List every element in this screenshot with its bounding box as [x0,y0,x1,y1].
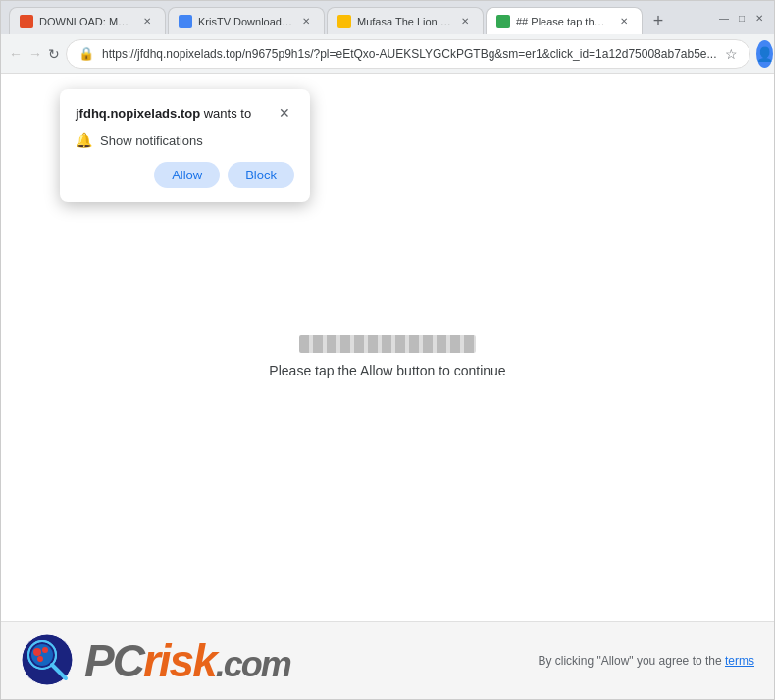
window-controls: — □ ✕ [717,11,766,25]
popup-domain: jfdhq.nopixelads.top [76,106,200,121]
page-content: jfdhq.nopixelads.top wants to ✕ 🔔 Show n… [1,74,774,699]
bell-icon: 🔔 [76,132,92,148]
tab-4-favicon [496,15,510,28]
refresh-button[interactable]: ↻ [48,40,60,68]
permission-popup: jfdhq.nopixelads.top wants to ✕ 🔔 Show n… [60,89,310,202]
url-text: https://jfdhq.nopixelads.top/n9675p9h1s/… [102,47,717,61]
svg-point-5 [37,656,43,662]
minimize-button[interactable]: — [717,11,731,25]
notification-text: Show notifications [100,133,203,148]
svg-point-3 [33,648,41,656]
forward-icon: → [28,46,42,62]
tab-1-label: DOWNLOAD: Mufasa... [39,16,133,27]
tab-1[interactable]: DOWNLOAD: Mufasa... ✕ [9,7,166,34]
back-button[interactable]: ← [9,40,23,68]
nav-bar: ← → ↻ 🔒 https://jfdhq.nopixelads.top/n96… [1,34,774,74]
svg-point-4 [42,647,48,653]
tab-3[interactable]: Mufasa The Lion Kin... ✕ [327,7,484,34]
pc-logo-text: PCrisk.com [84,638,290,683]
tab-3-label: Mufasa The Lion Kin... [357,16,451,27]
forward-button[interactable]: → [28,40,42,68]
tab-3-close[interactable]: ✕ [457,14,473,29]
popup-title-suffix: wants to [200,106,251,121]
popup-notification-row: 🔔 Show notifications [76,132,294,148]
terms-text: By clicking "Allow" you agree to the [538,654,721,668]
lock-icon: 🔒 [78,46,94,61]
bottom-branding: PCrisk.com By clicking "Allow" you agree… [1,621,774,699]
popup-close-icon: ✕ [279,105,290,121]
pcrisk-logo-icon [21,633,75,687]
tab-4[interactable]: ## Please tap the All... ✕ [486,7,643,34]
new-tab-button[interactable]: + [645,7,672,34]
profile-button[interactable]: 👤 [756,40,773,68]
profile-icon: 👤 [756,46,773,62]
tab-4-close[interactable]: ✕ [616,14,632,29]
tab-2-favicon [179,15,192,28]
bottom-terms: By clicking "Allow" you agree to the ter… [538,654,754,668]
tab-2-label: KrisTV Download Pa... [198,16,292,27]
refresh-icon: ↻ [48,46,60,62]
back-icon: ← [9,46,23,62]
tab-2-close[interactable]: ✕ [298,14,314,29]
browser-window: DOWNLOAD: Mufasa... ✕ KrisTV Download Pa… [0,0,775,700]
popup-header: jfdhq.nopixelads.top wants to ✕ [76,103,294,123]
popup-close-button[interactable]: ✕ [275,103,294,123]
title-bar: DOWNLOAD: Mufasa... ✕ KrisTV Download Pa… [1,1,774,34]
allow-button[interactable]: Allow [154,162,220,188]
risk-text: risk [143,638,216,683]
maximize-button[interactable]: □ [735,11,749,25]
loading-bar [299,335,476,353]
tab-3-favicon [337,15,351,28]
loading-section: Please tap the Allow button to continue [269,335,505,378]
tab-4-label: ## Please tap the All... [516,16,610,27]
logo-area: PCrisk.com [21,633,290,687]
address-bar[interactable]: 🔒 https://jfdhq.nopixelads.top/n9675p9h1… [66,39,750,69]
bookmark-icon[interactable]: ☆ [725,46,738,62]
com-text: .com [216,647,290,682]
tab-1-favicon [20,15,33,28]
svg-point-2 [31,644,53,666]
pc-text: PC [84,638,143,683]
popup-buttons: Allow Block [76,162,294,188]
block-button[interactable]: Block [228,162,294,188]
tab-1-close[interactable]: ✕ [139,14,155,29]
tab-bar: DOWNLOAD: Mufasa... ✕ KrisTV Download Pa… [9,1,705,34]
popup-title: jfdhq.nopixelads.top wants to [76,106,251,121]
loading-text: Please tap the Allow button to continue [269,363,505,378]
tab-2[interactable]: KrisTV Download Pa... ✕ [168,7,325,34]
close-button[interactable]: ✕ [752,11,766,25]
terms-link[interactable]: terms [725,654,754,668]
